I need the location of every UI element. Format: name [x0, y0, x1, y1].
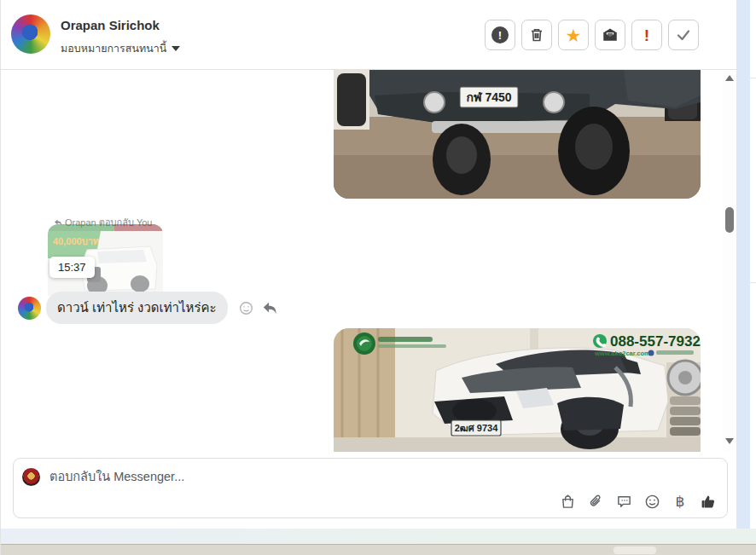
- incoming-message-row: ดาวน์ เท่าไหร่ งวดเท่าไหร่คะ: [18, 292, 278, 324]
- conversation-toolbar: ! ★: [485, 20, 699, 50]
- reply-input[interactable]: [49, 465, 527, 488]
- mark-done-button[interactable]: [668, 20, 699, 50]
- page-avatar: [22, 468, 40, 486]
- star-icon: ★: [566, 26, 582, 44]
- scroll-down-arrow-icon[interactable]: [725, 438, 734, 444]
- incoming-message-bubble[interactable]: ดาวน์ เท่าไหร่ งวดเท่าไหร่คะ: [46, 292, 228, 324]
- messenger-inbox-page: Orapan Sirichok มอบหมายการสนทนานี้ ! ★: [0, 0, 756, 555]
- browser-bottom-tab: [614, 546, 656, 554]
- message-thread: กฬ 7450 Orapan ตอบกลับ You 40,000บาท: [1, 70, 723, 452]
- assign-conversation-dropdown[interactable]: มอบหมายการสนทนานี้: [61, 40, 180, 57]
- adjacent-panel-edge: [736, 0, 750, 544]
- exclamation-circle-icon: !: [491, 26, 509, 43]
- chat-scrollbar[interactable]: [723, 70, 736, 451]
- thumbs-up-icon[interactable]: [700, 493, 717, 510]
- outgoing-photo-white-truck[interactable]: 2ฒศ 9734 088-557-7932 www.ako2car.com: [334, 328, 701, 452]
- attachment-paperclip-icon[interactable]: [587, 493, 604, 510]
- reply-button[interactable]: [261, 299, 278, 316]
- conversation-header: Orapan Sirichok มอบหมายการสนทนานี้ ! ★: [1, 0, 736, 70]
- emoji-icon[interactable]: [643, 493, 660, 510]
- adjacent-panel-divider: [748, 78, 756, 78]
- adjacent-panel-divider: [748, 282, 756, 283]
- report-button[interactable]: !: [485, 20, 515, 50]
- follow-up-button[interactable]: ★: [558, 20, 589, 50]
- dealer-phone-number: 088-557-7932: [610, 333, 701, 350]
- license-plate-text: 2ฒศ 9734: [455, 423, 498, 433]
- mark-unread-button[interactable]: [595, 20, 625, 50]
- check-icon: [675, 26, 692, 43]
- reply-composer[interactable]: ฿: [13, 458, 728, 518]
- outgoing-photo-dark-truck[interactable]: กฬ 7450: [334, 70, 701, 199]
- scroll-up-arrow-icon[interactable]: [725, 75, 734, 81]
- avatar[interactable]: [18, 297, 41, 320]
- avatar[interactable]: [11, 14, 50, 54]
- trash-icon: [528, 26, 545, 43]
- timestamp-tooltip: 15:37: [49, 257, 95, 278]
- assign-conversation-label: มอบหมายการสนทนานี้: [61, 40, 166, 57]
- price-banner-text: 40,000บาท: [53, 236, 99, 246]
- scrollbar-thumb[interactable]: [725, 207, 734, 233]
- delete-button[interactable]: [521, 20, 552, 50]
- product-bag-icon[interactable]: [559, 493, 576, 510]
- envelope-open-icon: [602, 26, 619, 43]
- red-exclamation-icon: !: [644, 27, 649, 43]
- contact-name: Orapan Sirichok: [61, 18, 160, 32]
- emoji-react-button[interactable]: [238, 299, 255, 316]
- chevron-down-icon: [172, 46, 180, 51]
- window-bottom-gradient: [1, 529, 756, 544]
- license-plate-text: กฬ 7450: [466, 90, 511, 104]
- dealer-website: www.ako2car.com: [594, 350, 650, 357]
- saved-replies-icon[interactable]: [615, 493, 632, 510]
- payment-baht-icon[interactable]: ฿: [672, 493, 689, 510]
- composer-actions: ฿: [559, 493, 717, 510]
- message-hover-actions: [238, 299, 278, 316]
- mark-important-button[interactable]: !: [631, 20, 662, 50]
